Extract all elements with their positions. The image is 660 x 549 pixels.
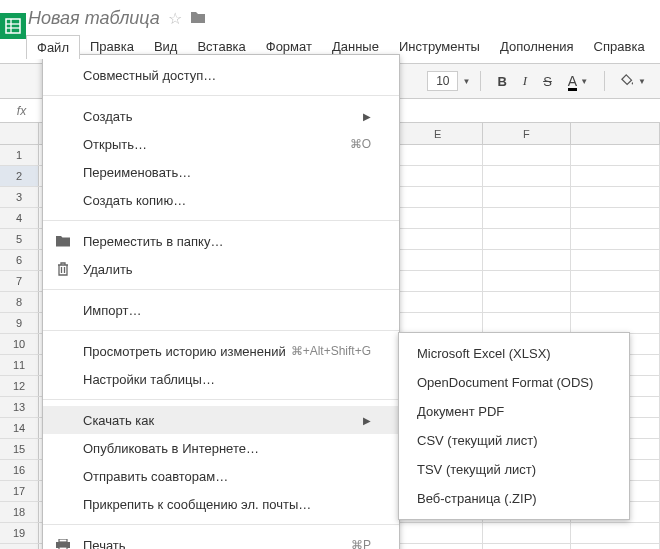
row-header[interactable]: 7 <box>0 271 39 291</box>
cell[interactable] <box>571 271 660 291</box>
row-header[interactable]: 1 <box>0 145 39 165</box>
menu-share[interactable]: Совместный доступ… <box>43 61 399 89</box>
cell[interactable] <box>483 229 572 249</box>
cell[interactable] <box>483 250 572 270</box>
star-icon[interactable]: ☆ <box>168 9 182 28</box>
cell[interactable] <box>571 145 660 165</box>
menu-spreadsheet-settings[interactable]: Настройки таблицы… <box>43 365 399 393</box>
italic-button[interactable]: I <box>517 69 533 93</box>
select-all-corner[interactable] <box>0 123 39 144</box>
row-header[interactable]: 19 <box>0 523 39 543</box>
text-color-caret-icon[interactable]: ▼ <box>580 77 588 86</box>
menu-delete[interactable]: Удалить <box>43 255 399 283</box>
download-zip[interactable]: Веб-страница (.ZIP) <box>399 484 629 513</box>
download-tsv[interactable]: TSV (текущий лист) <box>399 455 629 484</box>
download-csv[interactable]: CSV (текущий лист) <box>399 426 629 455</box>
cell[interactable] <box>483 208 572 228</box>
cell[interactable] <box>394 292 483 312</box>
menu-publish[interactable]: Опубликовать в Интернете… <box>43 434 399 462</box>
menu-print[interactable]: Печать⌘P <box>43 531 399 549</box>
row-header[interactable]: 17 <box>0 481 39 501</box>
menu-item-label: Настройки таблицы… <box>83 372 215 387</box>
menu-rename[interactable]: Переименовать… <box>43 158 399 186</box>
menu-revision-history[interactable]: Просмотреть историю изменений⌘+Alt+Shift… <box>43 337 399 365</box>
cell[interactable] <box>483 145 572 165</box>
row-header[interactable]: 9 <box>0 313 39 333</box>
cell[interactable] <box>394 208 483 228</box>
cell[interactable] <box>483 544 572 549</box>
cell[interactable] <box>394 250 483 270</box>
cell[interactable] <box>394 313 483 333</box>
menu-move-folder[interactable]: Переместить в папку… <box>43 227 399 255</box>
menu-help[interactable]: Справка <box>584 35 655 59</box>
cell[interactable] <box>483 187 572 207</box>
column-header[interactable]: E <box>394 123 483 144</box>
strikethrough-button[interactable]: S <box>537 70 558 93</box>
row-header[interactable]: 16 <box>0 460 39 480</box>
cell[interactable] <box>394 145 483 165</box>
row-header[interactable]: 4 <box>0 208 39 228</box>
row-header[interactable]: 3 <box>0 187 39 207</box>
row-header[interactable]: 14 <box>0 418 39 438</box>
row-header[interactable]: 2 <box>0 166 39 186</box>
cell[interactable] <box>394 166 483 186</box>
cell[interactable] <box>571 313 660 333</box>
row-header[interactable]: 12 <box>0 376 39 396</box>
row-header[interactable]: 5 <box>0 229 39 249</box>
font-size-caret-icon[interactable]: ▼ <box>462 77 470 86</box>
download-pdf[interactable]: Документ PDF <box>399 397 629 426</box>
menu-file[interactable]: Файл <box>26 35 80 59</box>
row-header[interactable]: 11 <box>0 355 39 375</box>
menu-email-attachment[interactable]: Прикрепить к сообщению эл. почты… <box>43 490 399 518</box>
download-ods[interactable]: OpenDocument Format (ODS) <box>399 368 629 397</box>
cell[interactable] <box>394 271 483 291</box>
cell[interactable] <box>483 523 572 543</box>
column-header[interactable]: F <box>483 123 572 144</box>
font-size-input[interactable]: 10 <box>427 71 458 91</box>
row-header[interactable]: 15 <box>0 439 39 459</box>
fx-label[interactable]: fx <box>0 99 44 122</box>
cell[interactable] <box>571 250 660 270</box>
menu-separator <box>43 95 399 96</box>
menu-new[interactable]: Создать▶ <box>43 102 399 130</box>
bold-button[interactable]: B <box>491 70 512 93</box>
cell[interactable] <box>483 271 572 291</box>
menu-tools[interactable]: Инструменты <box>389 35 490 59</box>
row-header[interactable]: 20 <box>0 544 39 549</box>
column-header[interactable] <box>571 123 660 144</box>
row-header[interactable]: 6 <box>0 250 39 270</box>
cell[interactable] <box>394 187 483 207</box>
menu-download-as[interactable]: Скачать как▶ <box>43 406 399 434</box>
cell[interactable] <box>571 544 660 549</box>
cell[interactable] <box>571 229 660 249</box>
cell[interactable] <box>483 166 572 186</box>
cell[interactable] <box>571 187 660 207</box>
fill-color-button[interactable]: ▼ <box>615 70 652 92</box>
cell[interactable] <box>571 523 660 543</box>
cell[interactable] <box>571 292 660 312</box>
row-header[interactable]: 8 <box>0 292 39 312</box>
menu-addons[interactable]: Дополнения <box>490 35 584 59</box>
cell[interactable] <box>394 544 483 549</box>
menu-item-label: Скачать как <box>83 413 154 428</box>
menu-import[interactable]: Импорт… <box>43 296 399 324</box>
cell[interactable] <box>483 313 572 333</box>
text-color-button[interactable]: A <box>568 73 577 89</box>
app-logo[interactable] <box>0 4 26 48</box>
folder-icon[interactable] <box>190 10 206 27</box>
menu-email-collaborators[interactable]: Отправить соавторам… <box>43 462 399 490</box>
menu-make-copy[interactable]: Создать копию… <box>43 186 399 214</box>
document-title[interactable]: Новая таблица <box>28 8 160 29</box>
cell[interactable] <box>394 523 483 543</box>
cell[interactable] <box>483 292 572 312</box>
cell[interactable] <box>571 208 660 228</box>
menu-open[interactable]: Открыть…⌘O <box>43 130 399 158</box>
fill-caret-icon: ▼ <box>638 77 646 86</box>
cell[interactable] <box>394 229 483 249</box>
download-xlsx[interactable]: Microsoft Excel (XLSX) <box>399 339 629 368</box>
row-header[interactable]: 18 <box>0 502 39 522</box>
svg-rect-4 <box>59 539 67 542</box>
row-header[interactable]: 13 <box>0 397 39 417</box>
row-header[interactable]: 10 <box>0 334 39 354</box>
cell[interactable] <box>571 166 660 186</box>
